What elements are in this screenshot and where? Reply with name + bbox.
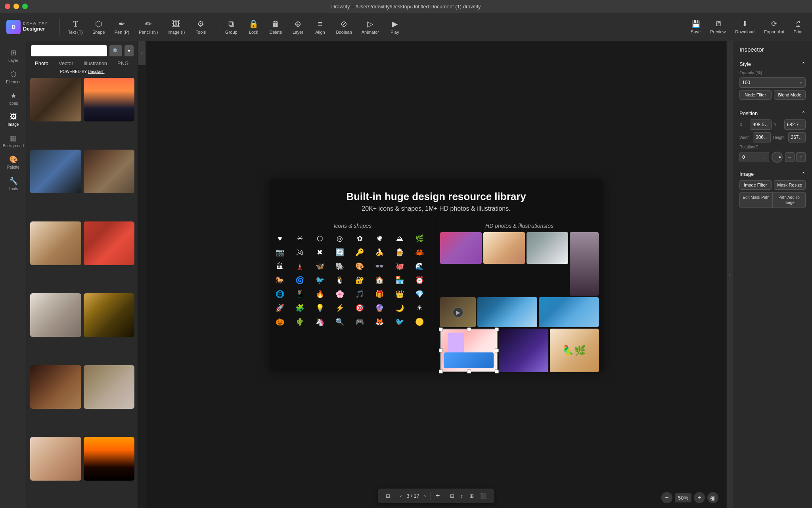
list-item[interactable] <box>84 437 135 481</box>
list-item[interactable] <box>84 365 135 409</box>
image-filter-button[interactable]: Image Filter <box>739 180 772 190</box>
edit-mask-path-button[interactable]: Edit Mask Path <box>739 192 773 208</box>
right-panel-expand[interactable]: › <box>726 41 733 508</box>
sidebar-item-background[interactable]: ▦ Background <box>2 131 25 151</box>
toolbar-play[interactable]: ▶ Play <box>385 17 405 37</box>
zoom-in-button[interactable]: + <box>694 492 705 503</box>
position-collapse-button[interactable] <box>801 110 806 116</box>
element-icon: ⬡ <box>10 70 17 79</box>
rotation-dial[interactable] <box>772 152 783 163</box>
illus-cell <box>499 329 548 372</box>
list-item[interactable] <box>30 293 81 337</box>
sidebar-item-element[interactable]: ⬡ Element <box>2 67 25 87</box>
y-stepper[interactable]: ⌄ <box>800 123 803 127</box>
mask-resize-button[interactable]: Mask Resize <box>774 180 806 190</box>
page-resize-button[interactable]: ↕ <box>459 492 465 500</box>
opacity-value-input[interactable] <box>742 80 799 85</box>
width-input[interactable]: ⌄ <box>753 132 771 142</box>
toolbar-text[interactable]: 𝐓 Text (T) <box>64 17 87 37</box>
page-layout-button[interactable]: ⊞ <box>468 492 475 500</box>
search-button[interactable]: 🔍 <box>109 45 122 56</box>
download-button[interactable]: ⬇ Download <box>732 18 758 36</box>
node-filter-button[interactable]: Node Filter <box>739 90 772 100</box>
list-item[interactable] <box>30 150 81 193</box>
opacity-dropdown-arrow[interactable]: ▼ <box>799 81 803 85</box>
sidebar-item-image[interactable]: 🖼 Image <box>2 110 25 130</box>
style-collapse-button[interactable] <box>801 61 806 67</box>
toolbar-pencil[interactable]: ✏ Pencil (N) <box>135 17 162 37</box>
minimize-button[interactable] <box>13 4 19 9</box>
print-button[interactable]: 🖨 Print <box>790 18 806 36</box>
tab-png[interactable]: PNG <box>113 59 132 68</box>
toolbar-shape[interactable]: ⬡ Shape <box>88 17 109 37</box>
width-stepper[interactable]: ⌄ <box>765 135 768 140</box>
close-button[interactable] <box>5 4 10 9</box>
search-input[interactable] <box>31 45 107 56</box>
fit-view-button[interactable]: ◉ <box>707 492 718 503</box>
page-settings-button[interactable]: ⬛ <box>479 492 488 500</box>
list-item[interactable] <box>30 365 81 409</box>
save-button[interactable]: 💾 Save <box>688 18 704 36</box>
toolbar-group[interactable]: ⧉ Group <box>221 17 241 37</box>
tab-vector[interactable]: Vector <box>55 59 77 68</box>
list-item[interactable] <box>84 221 135 265</box>
list-item[interactable] <box>84 150 135 193</box>
tab-photo[interactable]: Photo <box>31 59 52 68</box>
y-input[interactable]: ⌄ <box>784 119 806 130</box>
toolbar-pen[interactable]: ✒ Pen (P) <box>111 17 133 37</box>
height-value-input[interactable] <box>791 135 800 140</box>
list-item[interactable] <box>84 78 135 121</box>
rotation-stepper[interactable]: ⌄ <box>763 155 766 160</box>
list-item[interactable] <box>30 437 81 481</box>
sidebar-item-icons[interactable]: ★ Icons <box>2 88 25 109</box>
toolbar-tools[interactable]: ⚙ Tools <box>190 17 211 37</box>
canvas-area[interactable]: Built-in huge design resource library 20… <box>146 41 726 508</box>
width-value-input[interactable] <box>756 135 765 140</box>
unsplash-link[interactable]: Unsplash <box>88 69 105 74</box>
toolbar-animator[interactable]: ▷ Animator <box>358 17 383 37</box>
list-item[interactable] <box>30 78 81 121</box>
rotation-value-input[interactable] <box>742 154 763 160</box>
toolbar-delete[interactable]: 🗑 Delete <box>265 17 286 37</box>
y-label: Y <box>774 122 782 127</box>
search-dropdown[interactable]: ▼ <box>124 45 134 56</box>
icon-cell: 🔐 <box>353 274 366 287</box>
preview-button[interactable]: 🖥 Preview <box>707 18 729 36</box>
rotation-input[interactable]: ⌄ <box>739 152 769 162</box>
blend-mode-button[interactable]: Blend Mode <box>774 90 806 100</box>
path-add-to-image-button[interactable]: Path Add To Image <box>773 192 806 208</box>
prev-page-button[interactable]: ‹ <box>398 492 403 500</box>
list-item[interactable] <box>30 221 81 265</box>
add-page-button[interactable]: + <box>434 491 442 501</box>
x-value-input[interactable] <box>753 122 766 127</box>
tab-illustration[interactable]: Illustration <box>80 59 111 68</box>
logo[interactable]: D DRAW TFY Designer <box>6 20 48 34</box>
next-page-button[interactable]: › <box>423 492 427 500</box>
height-input[interactable]: ⌄ <box>788 132 806 142</box>
flip-horizontal-button[interactable]: ↔ <box>785 152 795 162</box>
sidebar-item-tools[interactable]: 🔧 Tools <box>2 173 25 194</box>
toolbar-boolean[interactable]: ⊘ Boolean <box>332 17 356 37</box>
sidebar-item-palette[interactable]: 🎨 Palette <box>2 152 25 173</box>
export-ani-button[interactable]: ⟳ Export Ani <box>761 18 787 36</box>
list-item[interactable] <box>84 293 135 337</box>
opacity-input[interactable]: ▼ <box>739 77 806 88</box>
tools-sidebar-icon: 🔧 <box>9 177 18 185</box>
toolbar-lock[interactable]: 🔒 Lock <box>243 17 264 37</box>
page-thumb-button[interactable]: ⊟ <box>448 492 456 500</box>
x-stepper[interactable]: ⌄ <box>766 123 769 127</box>
y-value-input[interactable] <box>787 122 800 127</box>
toolbar-image[interactable]: 🖼 Image (I) <box>163 17 189 37</box>
maximize-button[interactable] <box>22 4 28 9</box>
x-input[interactable]: ⌄ <box>750 119 772 130</box>
toolbar-layer[interactable]: ⊕ Layer <box>287 17 308 37</box>
sidebar-item-layer[interactable]: ⊞ Layer <box>2 45 25 66</box>
zoom-out-button[interactable]: − <box>661 492 672 503</box>
grid-view-button[interactable]: ⊞ <box>384 492 392 500</box>
panel-collapse-button[interactable]: ‹ <box>138 41 146 65</box>
flip-vertical-button[interactable]: ↕ <box>796 152 806 162</box>
background-icon: ▦ <box>10 134 17 142</box>
image-collapse-button[interactable] <box>801 171 806 177</box>
height-stepper[interactable]: ⌄ <box>800 135 803 140</box>
toolbar-align[interactable]: ≡ Align <box>310 17 330 37</box>
